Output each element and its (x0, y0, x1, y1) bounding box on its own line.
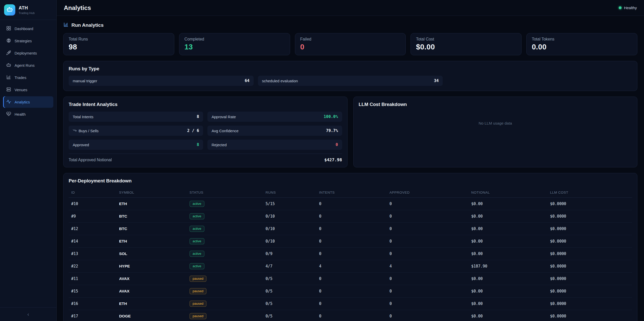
cell-symbol: AVAX (117, 273, 187, 285)
run-analytics-section-header: Run Analytics (63, 22, 637, 29)
cell-llm-cost: $0.0000 (548, 198, 632, 210)
sidebar-item-label: Analytics (15, 100, 30, 104)
cell-id: #13 (69, 248, 117, 260)
cell-notional: $0.00 (469, 310, 548, 321)
cell-id: #10 (69, 198, 117, 210)
stat-label: Completed (184, 37, 285, 42)
column-header-status: STATUS (187, 188, 263, 198)
app-tagline: Trading Hub (19, 11, 35, 15)
status-badge: active (190, 213, 204, 219)
page-header: Analytics Healthy (57, 0, 644, 16)
sidebar-item-health[interactable]: Health (3, 109, 53, 120)
sidebar-nav: Dashboard Strategies Deployments (0, 20, 56, 307)
table-row: #9 BTC active 0/10 0 0 $0.00 $0.0000 (69, 210, 632, 223)
cell-llm-cost: $0.0000 (548, 298, 632, 310)
cell-llm-cost: $0.0000 (548, 310, 632, 321)
metric-value: 8 (197, 114, 199, 119)
run-type-row: manual trigger 64 (69, 76, 254, 86)
table-row: #17 DOGE paused 0/5 0 0 $0.00 $0.0000 (69, 310, 632, 321)
stat-label: Total Tokens (532, 37, 632, 42)
cell-llm-cost: $0.0000 (548, 260, 632, 273)
column-header-llm-cost: LLM COST (548, 188, 632, 198)
cell-symbol: AVAX (117, 285, 187, 298)
sidebar-item-label: Agent Runs (15, 63, 34, 68)
sidebar-item-label: Strategies (15, 39, 32, 43)
cell-id: #11 (69, 273, 117, 285)
cell-intents: 0 (317, 198, 387, 210)
cell-llm-cost: $0.0000 (548, 210, 632, 223)
cell-id: #15 (69, 285, 117, 298)
cell-notional: $187.90 (469, 260, 548, 273)
llm-cost-breakdown-card: LLM Cost Breakdown No LLM usage data (353, 97, 638, 167)
sidebar-item-label: Deployments (15, 51, 37, 55)
column-header-symbol: SYMBOL (117, 188, 187, 198)
cell-approved: 0 (387, 285, 469, 298)
sidebar-collapse-button[interactable]: ‹ (0, 307, 56, 321)
sidebar-item-trades[interactable]: Trades (3, 72, 53, 83)
cell-intents: 0 (317, 223, 387, 235)
column-header-runs: RUNS (263, 188, 317, 198)
cell-symbol: SOL (117, 248, 187, 260)
sidebar-item-label: Dashboard (15, 26, 33, 31)
sidebar-item-analytics[interactable]: Analytics (3, 96, 53, 108)
health-status-badge: Healthy (619, 6, 637, 10)
status-dot-icon (619, 6, 622, 9)
sidebar-item-agent-runs[interactable]: Agent Runs (3, 60, 53, 71)
status-badge: paused (190, 301, 207, 307)
cell-approved: 0 (387, 210, 469, 223)
table-row: #12 BTC active 0/10 0 0 $0.00 $0.0000 (69, 223, 632, 235)
cell-runs: 0/5 (263, 285, 317, 298)
metric-value: 2 / 6 (187, 128, 199, 133)
metric-avg-confidence: Avg Confidence 79.7% (207, 126, 342, 136)
card-title: Runs by Type (69, 66, 632, 72)
cell-notional: $0.00 (469, 273, 548, 285)
runs-by-type-list: manual trigger 64 scheduled evaluation 3… (69, 76, 632, 86)
sidebar-item-deployments[interactable]: Deployments (3, 47, 53, 59)
table-row: #22 HYPE active 4/7 4 4 $187.90 $0.0000 (69, 260, 632, 273)
cell-notional: $0.00 (469, 248, 548, 260)
table-row: #15 AVAX paused 0/5 0 0 $0.00 $0.0000 (69, 285, 632, 298)
page-content: Run Analytics Total Runs 98 Completed 13… (57, 16, 644, 321)
trending-down-icon (73, 128, 77, 133)
cell-symbol: HYPE (117, 260, 187, 273)
health-status-label: Healthy (624, 6, 637, 10)
sidebar-item-dashboard[interactable]: Dashboard (3, 23, 53, 34)
runs-by-type-card: Runs by Type manual trigger 64 scheduled… (63, 61, 637, 91)
bar-chart-icon (63, 22, 69, 29)
cell-runs: 4/7 (263, 260, 317, 273)
table-row: #13 SOL active 0/9 0 0 $0.00 $0.0000 (69, 248, 632, 260)
dashboard-grid-icon (6, 26, 11, 32)
robot-icon (6, 6, 13, 14)
status-badge: paused (190, 276, 207, 282)
run-type-label: manual trigger (73, 79, 97, 83)
cell-intents: 0 (317, 298, 387, 310)
stat-label: Total Cost (416, 37, 516, 42)
cell-intents: 0 (317, 273, 387, 285)
run-type-row: scheduled evaluation 34 (258, 76, 443, 86)
cell-approved: 0 (387, 273, 469, 285)
cell-approved: 0 (387, 198, 469, 210)
stat-value: 98 (69, 43, 169, 51)
cell-id: #14 (69, 235, 117, 248)
sidebar-item-strategies[interactable]: Strategies (3, 35, 53, 47)
metric-label: Buys / Sells (73, 128, 98, 133)
cell-notional: $0.00 (469, 298, 548, 310)
metric-label: Rejected (212, 143, 227, 147)
stat-value: $0.00 (416, 43, 516, 51)
cell-notional: $0.00 (469, 198, 548, 210)
status-badge: paused (190, 288, 207, 294)
status-badge: active (190, 226, 204, 232)
metric-total-intents: Total Intents 8 (69, 112, 203, 122)
cell-intents: 0 (317, 235, 387, 248)
robot-icon (6, 62, 11, 68)
metric-approved: Approved 8 (69, 140, 203, 150)
cell-llm-cost: $0.0000 (548, 223, 632, 235)
page-title: Analytics (64, 4, 91, 11)
status-badge: active (190, 238, 204, 244)
sidebar-item-venues[interactable]: Venues (3, 84, 53, 96)
cell-id: #17 (69, 310, 117, 321)
stat-label: Total Runs (69, 37, 169, 42)
table-row: #10 ETH active 5/15 0 0 $0.00 $0.0000 (69, 198, 632, 210)
column-header-notional: NOTIONAL (469, 188, 548, 198)
cell-runs: 0/5 (263, 298, 317, 310)
